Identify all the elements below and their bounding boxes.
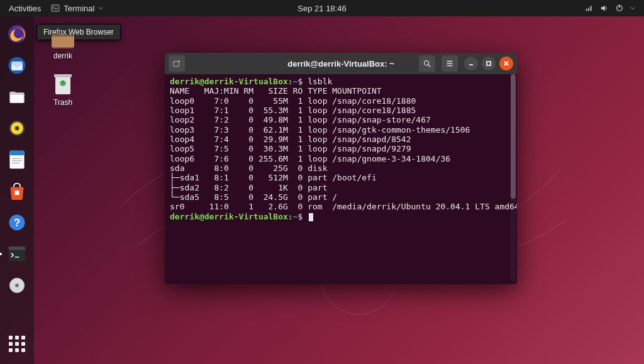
- svg-rect-27: [174, 62, 179, 67]
- system-tray[interactable]: [585, 4, 644, 13]
- terminal-output-rows: loop0 7:0 0 55M 1 loop /snap/core18/1880…: [170, 96, 512, 212]
- grid-icon: [9, 336, 25, 352]
- menu-button[interactable]: [441, 55, 458, 72]
- new-tab-icon: [172, 59, 181, 68]
- minimize-button[interactable]: [464, 57, 478, 70]
- chevron-down-icon: [630, 6, 635, 11]
- svg-rect-20: [9, 246, 26, 250]
- home-folder-icon: [50, 25, 75, 50]
- show-applications-button[interactable]: [3, 330, 31, 358]
- close-icon: [503, 60, 509, 67]
- scrollbar-thumb[interactable]: [511, 74, 516, 199]
- window-title: derrik@derrik-VirtualBox: ~: [287, 59, 394, 69]
- terminal-icon: [51, 4, 60, 13]
- close-button[interactable]: [499, 57, 513, 70]
- desktop-icon-trash[interactable]: Trash: [44, 72, 82, 107]
- svg-line-29: [428, 65, 431, 67]
- activities-button[interactable]: Activities: [9, 4, 41, 13]
- chevron-down-icon: [98, 6, 103, 11]
- dock-app-rhythmbox[interactable]: [3, 114, 31, 142]
- terminal-line-prompt: derrik@derrik-VirtualBox:~$: [170, 212, 512, 221]
- svg-rect-1: [52, 5, 59, 12]
- disc-icon: [8, 276, 26, 295]
- new-tab-button[interactable]: [169, 55, 185, 72]
- top-bar: Activities Terminal Sep 21 18:46: [0, 0, 644, 16]
- search-button[interactable]: [419, 55, 435, 72]
- svg-rect-34: [487, 62, 491, 65]
- firefox-icon: [6, 23, 28, 45]
- svg-rect-12: [9, 151, 24, 155]
- svg-text:?: ?: [14, 217, 20, 229]
- volume-icon: [600, 4, 609, 13]
- desktop-icon-label: Trash: [53, 98, 72, 107]
- svg-rect-7: [11, 95, 23, 102]
- svg-point-28: [425, 61, 429, 65]
- hamburger-icon: [445, 59, 454, 68]
- desktop-icons: derrik Trash: [44, 25, 82, 107]
- maximize-button[interactable]: [482, 57, 496, 70]
- search-icon: [423, 59, 431, 68]
- dock: ?: [0, 16, 34, 364]
- dock-app-writer[interactable]: [3, 146, 31, 174]
- svg-point-24: [16, 284, 18, 286]
- svg-rect-16: [14, 190, 19, 195]
- dock-app-files[interactable]: [3, 83, 31, 111]
- dock-app-firefox[interactable]: [3, 20, 31, 48]
- minimize-icon: [468, 60, 474, 67]
- scrollbar[interactable]: [511, 74, 516, 282]
- desktop-icon-label: derrik: [53, 52, 72, 60]
- terminal-window: derrik@derrik-VirtualBox: ~ derrik@derri…: [165, 53, 517, 284]
- cursor: [309, 213, 313, 221]
- thunderbird-icon: [7, 55, 27, 75]
- clock[interactable]: Sep 21 18:46: [297, 4, 346, 13]
- dock-app-disc[interactable]: [3, 272, 31, 299]
- dock-app-software[interactable]: [3, 177, 31, 205]
- folder-icon: [8, 87, 26, 106]
- app-menu-label: Terminal: [64, 4, 94, 13]
- terminal-line-prompt: derrik@derrik-VirtualBox:~$ lsblk: [170, 77, 512, 86]
- trash-icon: [50, 72, 75, 97]
- help-icon: ?: [8, 213, 26, 232]
- terminal-body[interactable]: derrik@derrik-VirtualBox:~$ lsblk NAME M…: [165, 74, 517, 284]
- titlebar[interactable]: derrik@derrik-VirtualBox: ~: [165, 53, 517, 74]
- music-icon: [8, 119, 26, 138]
- power-icon: [615, 4, 624, 13]
- shopping-bag-icon: [7, 182, 27, 201]
- svg-rect-26: [54, 74, 72, 77]
- terminal-icon: [8, 245, 26, 263]
- app-menu-terminal[interactable]: Terminal: [51, 4, 103, 13]
- maximize-icon: [486, 60, 492, 67]
- document-icon: [8, 150, 26, 170]
- desktop-icon-home[interactable]: derrik: [44, 25, 82, 60]
- network-icon: [585, 4, 594, 13]
- dock-app-help[interactable]: ?: [3, 209, 31, 236]
- dock-app-terminal[interactable]: [3, 240, 31, 268]
- svg-point-10: [15, 126, 19, 131]
- terminal-output-header: NAME MAJ:MIN RM SIZE RO TYPE MOUNTPOINT: [170, 86, 512, 96]
- dock-app-thunderbird[interactable]: [3, 52, 31, 79]
